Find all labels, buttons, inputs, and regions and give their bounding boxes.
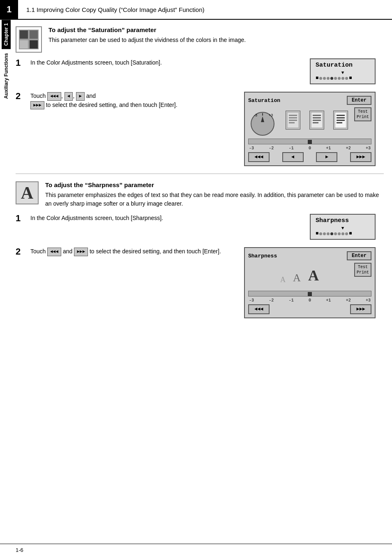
svg-rect-2 [30,30,38,39]
svg-rect-14 [289,117,297,118]
saturation-btn2[interactable]: ◄ [65,92,73,101]
saturation-title: To adjust the “Saturation” parameter [48,26,384,33]
sharpness-step2-text: Touch ◄◄◄ and ►►► to select the desired … [30,247,221,256]
svg-text:+3: +3 [269,113,273,117]
saturation-step2-left: 2 Touch ◄◄◄, ◄, ► and ►►► to select the … [16,92,236,166]
saturation-enter-btn[interactable]: Enter [347,96,371,105]
main-content: To adjust the “Saturation” parameter Thi… [16,20,384,342]
sharpness-btn2[interactable]: ►►► [74,248,88,256]
header: 1 1.1 Improving Color Copy Quality (“Col… [0,0,392,20]
sharpness-enter-btn[interactable]: Enter [347,251,371,260]
saturation-btn4[interactable]: ►►► [30,101,44,110]
sharpness-step2: 2 Touch ◄◄◄ and ►►► to select the desire… [16,247,384,318]
saturation-nav-btn-lll[interactable]: ◄◄◄ [248,152,270,162]
sharpness-large-panel-title: Sharpness [248,253,277,259]
saturation-step1-panel: Saturation ▼ ■ ■ [310,58,376,84]
sidebar-aux-label: Auxiliary Functions [3,53,9,99]
sharpness-test-print-btn[interactable]: TestPrint [354,263,371,277]
saturation-slider-dots: ■ ■ [316,75,370,81]
sharpness-small-panel-title: Sharpness [316,217,370,224]
sharpness-step1-left: 1 In the Color Adjustments screen, touch… [16,214,302,240]
sidebar-chapter-label: Chapter 1 [3,23,9,46]
sharpness-title: To adjust the “Sharpness” parameter [45,181,384,188]
sharpness-slider-arrow: ▼ [316,226,370,231]
sharpness-step2-panel: Sharpness Enter A A A TestPrint [244,247,376,318]
saturation-step1-number: 1 [16,58,27,68]
svg-rect-15 [289,120,297,121]
saturation-nav-btn-rrr[interactable]: ►►► [350,152,371,162]
sharpness-icon: A [16,181,39,204]
sharpness-step2-number: 2 [16,246,27,257]
saturation-step2-text: Touch ◄◄◄, ◄, ► and ►►► to select the de… [30,92,178,109]
sharpness-nav-btn-lll[interactable]: ◄◄◄ [248,304,270,314]
saturation-slider-arrow: ▼ [316,70,370,75]
sidebar: Chapter 1 Auxiliary Functions [0,20,12,544]
svg-rect-21 [313,122,318,123]
saturation-section-header: To adjust the “Saturation” parameter Thi… [16,26,384,53]
svg-rect-13 [289,115,297,116]
sharpness-section-text: To adjust the “Sharpness” parameter This… [45,181,384,208]
saturation-step1: 1 In the Color Adjustments screen, touch… [16,58,384,84]
saturation-btn1[interactable]: ◄◄◄ [47,92,61,101]
svg-text:-3: -3 [254,113,257,117]
sharpness-a-small: A [280,276,286,284]
sharpness-a-medium: A [293,272,301,284]
svg-rect-16 [289,122,295,123]
sharpness-slider-dots: ■ ■ [316,231,370,236]
saturation-section-text: To adjust the “Saturation” parameter Thi… [48,26,384,44]
sharpness-step1: 1 In the Color Adjustments screen, touch… [16,214,384,240]
sharpness-step1-text: In the Color Adjustments screen, touch [… [30,214,163,222]
saturation-icon [16,26,42,53]
chapter-number: 1 [7,4,12,15]
header-title: 1.1 Improving Color Copy Quality (“Color… [18,0,392,19]
sharpness-description: This parameter emphasizes the edges of t… [45,191,384,208]
sharpness-btn1[interactable]: ◄◄◄ [47,248,61,256]
saturation-step2-panel: Saturation Enter + [244,92,376,166]
saturation-step1-left: 1 In the Color Adjustments screen, touch… [16,58,302,84]
saturation-step2: 2 Touch ◄◄◄, ◄, ► and ►►► to select the … [16,92,384,166]
sharpness-section-header: A To adjust the “Sharpness” parameter Th… [16,181,384,208]
svg-rect-26 [337,122,342,123]
sharpness-step1-number: 1 [16,213,27,224]
svg-rect-25 [337,120,345,121]
saturation-test-print-btn[interactable]: TestPrint [354,107,371,121]
saturation-large-panel-title: Saturation [248,97,280,104]
svg-rect-18 [313,115,321,116]
svg-rect-1 [20,30,28,39]
saturation-small-panel-title: Saturation [316,62,370,69]
page-number: 1-6 [16,547,23,553]
svg-rect-24 [337,117,345,118]
svg-rect-19 [313,117,321,118]
saturation-description: This parameter can be used to adjust the… [48,36,384,44]
svg-rect-23 [337,115,345,116]
svg-rect-20 [313,120,321,121]
saturation-nav-btn-r[interactable]: ► [316,152,337,162]
svg-rect-3 [20,40,28,49]
saturation-btn3[interactable]: ► [76,92,85,101]
saturation-step2-number: 2 [16,91,27,102]
sidebar-chapter-box: Chapter 1 [2,20,11,49]
svg-rect-4 [30,40,38,49]
sharpness-nav-btn-rrr[interactable]: ►►► [350,304,371,314]
footer: 1-6 [0,544,392,556]
saturation-nav-btn-l[interactable]: ◄ [282,152,304,162]
chapter-number-box: 1 [0,0,18,19]
sharpness-a-large: A [308,267,319,284]
sharpness-step1-panel: Sharpness ▼ ■ ■ [310,214,376,240]
sharpness-step2-left: 2 Touch ◄◄◄ and ►►► to select the desire… [16,247,236,318]
section-divider [16,174,384,174]
saturation-step1-text: In the Color Adjustments screen, touch [… [30,58,162,67]
